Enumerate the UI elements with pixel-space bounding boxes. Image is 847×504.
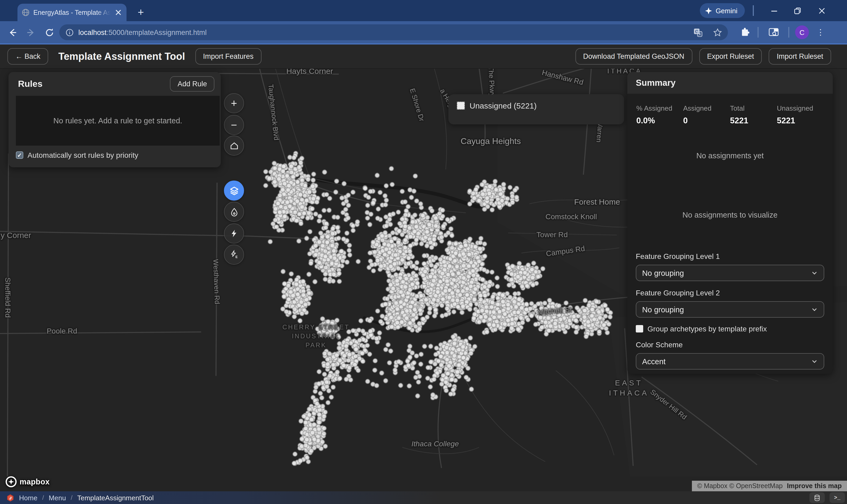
window-restore-button[interactable]	[787, 2, 808, 19]
layers-toggle-button[interactable]	[224, 181, 244, 201]
browser-tab-bar: EnergyAtlas - Template Assig + Gemini	[0, 0, 847, 21]
electric-layer-button[interactable]	[224, 223, 244, 244]
grouping1-select[interactable]: No grouping	[636, 265, 824, 281]
group-prefix-label[interactable]: Group archetypes by template prefix	[647, 325, 767, 333]
tab-title: EnergyAtlas - Template Assig	[33, 9, 111, 16]
zoom-in-button[interactable]: +	[224, 93, 244, 113]
gemini-label: Gemini	[716, 6, 737, 15]
gemini-spark-icon	[705, 7, 712, 14]
zoom-out-button[interactable]: −	[224, 115, 244, 135]
globe-favicon-icon	[22, 8, 30, 16]
browser-toolbar: localhost:5000/templateAssignment.html G	[0, 21, 847, 44]
map-legend: Unassigned (5221)	[448, 94, 624, 124]
chevron-down-icon	[811, 358, 818, 365]
map-label: CHERRY STREET	[283, 323, 350, 331]
extensions-icon[interactable]	[737, 25, 752, 40]
window-separator	[753, 5, 754, 16]
browser-tab[interactable]: EnergyAtlas - Template Assig	[17, 4, 127, 21]
breadcrumb-home[interactable]: Home	[19, 494, 37, 502]
attribution-text[interactable]: © Mapbox © OpenStreetMap	[697, 482, 783, 490]
import-features-button[interactable]: Import Features	[195, 48, 262, 65]
back-button[interactable]: ← Back	[7, 48, 49, 65]
status-bar: Home / Menu / TemplateAssignmentTool >_	[0, 491, 847, 504]
grouping1-label: Feature Grouping Level 1	[636, 252, 824, 260]
breadcrumb-page: TemplateAssignmentTool	[77, 494, 154, 502]
add-rule-button[interactable]: Add Rule	[170, 76, 214, 92]
summary-panel: Summary % Assigned 0.0% Assigned 0 Total…	[627, 72, 833, 374]
url-text[interactable]: localhost:5000/templateAssignment.html	[78, 28, 686, 36]
map-attribution[interactable]: © Mapbox © OpenStreetMap Improve this ma…	[692, 481, 847, 491]
map-label: Cayuga Heights	[461, 137, 521, 146]
grouping2-label: Feature Grouping Level 2	[636, 289, 824, 297]
export-ruleset-button[interactable]: Export Ruleset	[699, 48, 762, 65]
forward-nav-button[interactable]	[23, 25, 39, 40]
window-close-button[interactable]	[811, 2, 832, 19]
bolt-icon	[230, 229, 238, 238]
group-prefix-checkbox[interactable]	[636, 325, 643, 332]
rules-empty-text: No rules yet. Add a rule to get started.	[53, 116, 182, 125]
map-label: y Corner	[1, 231, 31, 239]
url-path: :5000/templateAssignment.html	[107, 28, 207, 36]
tab-close-icon[interactable]	[114, 8, 122, 16]
stat-total: Total 5221	[730, 104, 777, 125]
summary-stats: % Assigned 0.0% Assigned 0 Total 5221 Un…	[627, 94, 833, 125]
map-label: INDUSTRIAL	[292, 332, 340, 340]
color-scheme-select[interactable]: Accent	[636, 353, 824, 370]
legend-label: Unassigned (5221)	[470, 101, 537, 110]
url-host: localhost	[78, 28, 107, 36]
reload-button[interactable]	[41, 25, 57, 40]
new-tab-button[interactable]: +	[133, 5, 148, 20]
browser-menu-icon[interactable]: ⋮	[815, 25, 826, 39]
map-label: Hayts Corner	[286, 69, 333, 75]
import-ruleset-button[interactable]: Import Ruleset	[769, 48, 831, 65]
droplet-icon	[230, 207, 238, 216]
reset-view-button[interactable]	[224, 136, 244, 156]
no-assignments-text: No assignments yet	[627, 151, 833, 160]
rules-empty-area: No rules yet. Add a rule to get started.	[16, 96, 220, 146]
app-header: ← Back Template Assignment Tool Import F…	[0, 44, 847, 69]
rules-title: Rules	[18, 78, 42, 89]
map-label: Poole Rd	[47, 327, 77, 335]
gas-layer-button[interactable]	[224, 202, 244, 222]
map-label: Tower Rd	[537, 230, 568, 239]
map-label: Forest Home	[574, 197, 620, 206]
energyatlas-logo-icon	[6, 494, 14, 502]
mapbox-wordmark: mapbox	[20, 478, 50, 486]
summary-title: Summary	[636, 78, 824, 88]
no-visualize-text: No assignments to visualize	[627, 211, 833, 219]
download-geojson-button[interactable]: Download Templated GeoJSON	[575, 48, 692, 65]
layers-icon	[229, 185, 239, 196]
mapbox-logo[interactable]: mapbox	[5, 476, 50, 488]
rules-panel: Rules Add Rule No rules yet. Add a rule …	[8, 72, 221, 167]
breadcrumb-menu[interactable]: Menu	[49, 494, 66, 502]
translate-icon[interactable]: G	[690, 25, 705, 40]
stat-pct-assigned: % Assigned 0.0%	[636, 104, 683, 125]
terminal-button[interactable]: >_	[830, 492, 845, 503]
sort-rules-label[interactable]: Automatically sort rules by priority	[28, 151, 139, 159]
database-icon	[814, 494, 821, 501]
map-label: PARK	[305, 341, 327, 349]
toolbar-separator	[758, 27, 759, 38]
grouping2-select[interactable]: No grouping	[636, 301, 824, 318]
bookmark-star-icon[interactable]	[710, 25, 725, 40]
mapbox-icon	[5, 476, 17, 488]
stat-unassigned: Unassigned 5221	[777, 104, 824, 125]
improve-map-link[interactable]: Improve this map	[787, 482, 842, 490]
data-panel-button[interactable]	[809, 492, 825, 503]
profile-avatar[interactable]: C	[795, 25, 809, 39]
gemini-button[interactable]: Gemini	[700, 3, 745, 18]
map-label: EAST	[615, 379, 643, 387]
chevron-down-icon	[811, 306, 818, 313]
address-bar[interactable]: localhost:5000/templateAssignment.html G	[59, 24, 728, 40]
electric-e-layer-button[interactable]: E	[224, 245, 244, 265]
back-nav-button[interactable]	[4, 25, 20, 40]
map-label: Comstock Knoll	[545, 212, 597, 221]
window-minimize-button[interactable]	[763, 2, 785, 19]
screen: EnergyAtlas - Template Assig + Gemini	[0, 0, 847, 504]
map-label: ITHACA	[609, 389, 649, 397]
home-icon	[230, 141, 238, 150]
sort-rules-checkbox[interactable]: ✓	[16, 151, 23, 159]
side-panel-search-icon[interactable]	[766, 25, 781, 40]
map-label: The Pkwy	[487, 69, 497, 97]
site-info-icon[interactable]	[66, 28, 74, 36]
